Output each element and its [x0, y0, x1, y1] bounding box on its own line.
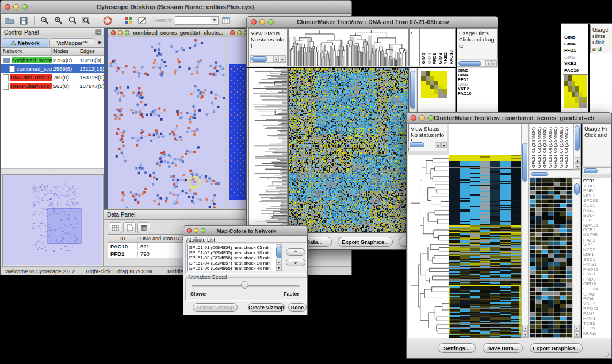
annotation-icon[interactable]	[137, 16, 148, 26]
dialog-minimize-button[interactable]	[194, 228, 198, 233]
tv1-hints-hscrollbar[interactable]: ◂ ▸	[457, 60, 498, 67]
vizmapper-icon[interactable]	[123, 16, 135, 26]
gene-label[interactable]: MON2	[583, 331, 611, 336]
network-row[interactable]: DNA and Tran 07769(0)183728(0)	[1, 73, 104, 82]
scroll-down-icon[interactable]: ▾	[522, 331, 528, 337]
search-input[interactable]: ▼	[175, 16, 219, 25]
attribute-list[interactable]: GPL51-01 (GSM854) heat shock 05 minGPL51…	[187, 244, 282, 271]
attribute-item[interactable]: GPL51-06 (GSM865) heat shock 40 min	[189, 266, 281, 271]
tv1-column-dendrogram[interactable]	[288, 28, 409, 66]
network-row[interactable]: combined_sco2569(6)13112(15)	[1, 64, 104, 73]
scroll-right-icon[interactable]: ▸	[491, 60, 497, 66]
link-table-icon[interactable]	[221, 16, 232, 26]
tv1-titlebar[interactable]: ClusterMaker TreeView : DNA and Tran 07-…	[246, 16, 498, 28]
scroll-left-icon[interactable]: ◂	[435, 142, 441, 148]
attribute-item[interactable]: GPL51-01 (GSM854) heat shock 05 min	[189, 245, 281, 250]
scroll-left-icon[interactable]: ◂	[273, 56, 279, 62]
scroll-up-icon[interactable]: ▴	[574, 325, 580, 331]
gene-label[interactable]: GIM3	[564, 54, 587, 61]
scroll-up-icon[interactable]: ▴	[522, 325, 528, 331]
network-overview[interactable]	[2, 174, 104, 266]
column-label[interactable]: GIM3	[438, 53, 443, 64]
frame2-minimize-button[interactable]	[237, 30, 242, 35]
scroll-left-icon[interactable]: ◂	[485, 60, 491, 66]
tv2-vscrollbar[interactable]: ▴ ▾	[521, 124, 529, 338]
tv1-close-button[interactable]	[251, 19, 257, 25]
resize-grip[interactable]	[603, 351, 610, 358]
column-label[interactable]: GPL51-04 (GSM857)	[548, 127, 553, 168]
attribute-list-vscrollbar[interactable]: ▴ ▾	[276, 244, 282, 271]
scroll-right-icon[interactable]: ▸	[441, 142, 447, 148]
column-label[interactable]: GPL51-02 (GSM855)	[537, 127, 542, 168]
attribute-item[interactable]: GPL51-03 (GSM856) heat shock 15 min	[189, 255, 281, 260]
frame1-minimize-button[interactable]	[118, 30, 123, 35]
frame1-zoom-button[interactable]	[125, 30, 129, 35]
attribute-item[interactable]: GPL51-04 (GSM857) heat shock 20 min	[189, 260, 281, 266]
zoom-in-icon[interactable]	[53, 16, 64, 26]
attribute-table-icon[interactable]	[109, 222, 121, 233]
dialog-titlebar[interactable]: Map Colors to Network	[183, 225, 308, 236]
scrollbar-thumb[interactable]	[276, 246, 281, 258]
tv3-gene-labels[interactable]: GIM5GIM4PFD1GIM3YKE2PAC10	[563, 33, 588, 75]
column-label[interactable]: GPL51-06 (GSM865)	[553, 127, 559, 168]
tv2-collabel-vscrollbar[interactable]: ▴ ▾	[573, 124, 581, 170]
scrollbar-thumb[interactable]	[575, 125, 580, 151]
col-nodes[interactable]: Nodes	[52, 48, 78, 55]
scroll-up-icon[interactable]: ▴	[575, 157, 580, 163]
column-label[interactable]: GIM5	[421, 53, 427, 64]
tv2-zoom-hscrollbar[interactable]	[530, 171, 581, 177]
move-up-button[interactable]: ^	[286, 248, 305, 256]
tv1-status-hscrollbar[interactable]: ◂ ▸	[250, 55, 286, 63]
tv1-column-labels[interactable]: GIM5GIM4PFD1GIM3YKE2PAC10	[420, 28, 456, 66]
cytoscape-titlebar[interactable]: Cytoscape Desktop (Session Name: collins…	[0, 0, 352, 14]
expand-arrow-icon[interactable]: ▸	[411, 30, 413, 35]
gene-label[interactable]: GIM4	[564, 41, 587, 48]
tv1-zoom-heatmap[interactable]	[421, 71, 447, 98]
zoom-out-icon[interactable]	[39, 16, 51, 26]
tv2-zoom-button[interactable]	[428, 115, 434, 121]
tv2-zoom-vscrollbar[interactable]: ▴ ▾	[573, 178, 581, 338]
tv2-hints-hscrollbar[interactable]	[582, 167, 612, 174]
attribute-item[interactable]: GPL51-02 (GSM855) heat shock 10 min	[189, 250, 281, 255]
dialog-zoom-button[interactable]	[201, 228, 205, 233]
column-label[interactable]: GPL51-03 (GSM856)	[542, 127, 548, 168]
column-label[interactable]: GPL51-07 (GSM868)	[559, 127, 564, 168]
scrollbar-thumb[interactable]	[584, 168, 598, 173]
minimize-button[interactable]	[13, 4, 19, 10]
move-down-button[interactable]: v	[286, 259, 305, 266]
network-row[interactable]: RNAPuberNov2+563(0)107847(0)	[1, 82, 104, 90]
save-icon[interactable]	[18, 16, 29, 26]
col-edges[interactable]: Edges	[78, 48, 104, 55]
create-vizmap-button[interactable]: Create Vizmap	[248, 303, 285, 312]
col-network[interactable]: Network	[1, 48, 52, 55]
tv2-titlebar[interactable]: ClusterMaker TreeView : combined_scores_…	[406, 112, 612, 124]
frame1-close-button[interactable]	[111, 30, 116, 35]
frame1-titlebar[interactable]: combined_scores_good.txt--cluste...	[108, 29, 227, 37]
tv2-column-labels[interactable]: GPL51-01 (GSM854)GPL51-02 (GSM855)GPL51-…	[530, 124, 573, 170]
id-column-header[interactable]: ID	[108, 236, 138, 242]
tv2-minimize-button[interactable]	[419, 115, 425, 121]
tv2-zoom-heatmap[interactable]	[530, 178, 572, 338]
zoom-fit-icon[interactable]	[81, 16, 92, 26]
tv2-close-button[interactable]	[411, 115, 416, 121]
scroll-down-icon[interactable]: ▾	[575, 163, 580, 169]
tv1-minimize-button[interactable]	[259, 19, 265, 25]
float-panel-icon[interactable]	[95, 29, 101, 36]
tv3-mini-heatmap[interactable]	[564, 75, 587, 108]
scrollbar-thumb[interactable]	[574, 183, 580, 195]
tv2-gene-labels[interactable]: PFD1YRA1RNR4MSL1SPC98CLN1NIS1BUD4ELG1MAK…	[582, 178, 612, 338]
panel-splitter[interactable]: ⁙	[1, 168, 104, 174]
network-table-body[interactable]: combined_scores2764(0)16218(0)combined_s…	[1, 56, 104, 168]
zoom-button[interactable]	[22, 4, 28, 10]
gene-label[interactable]: PAC10	[564, 67, 587, 74]
network-row[interactable]: combined_scores2764(0)16218(0)	[1, 56, 104, 64]
tv1-row-dendrogram[interactable]	[248, 68, 288, 233]
settings-button[interactable]: Settings...	[438, 343, 476, 353]
gene-label[interactable]: GIM5	[564, 34, 587, 41]
tab-vizmapper[interactable]: VizMapper™	[49, 38, 96, 47]
network-view-canvas[interactable]	[108, 37, 225, 208]
gene-label[interactable]: PAC10	[458, 91, 496, 96]
scrollbar-thumb[interactable]	[410, 71, 415, 109]
close-button[interactable]	[5, 4, 10, 10]
tv1-zoom-button[interactable]	[268, 19, 274, 25]
